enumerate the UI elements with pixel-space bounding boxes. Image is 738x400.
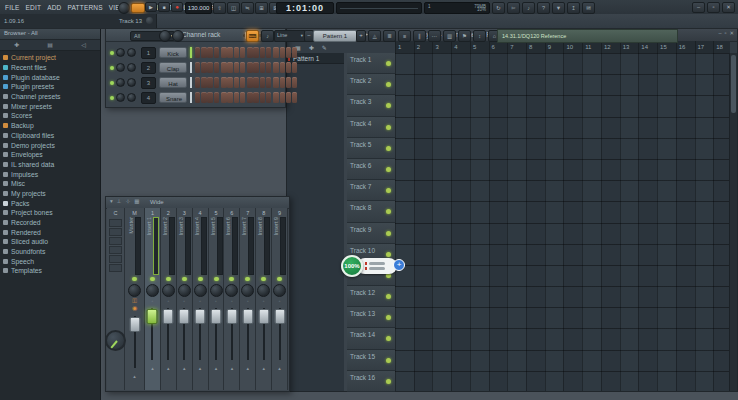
step-button[interactable]	[221, 47, 226, 58]
step-button[interactable]	[266, 47, 271, 58]
track-led[interactable]	[386, 125, 391, 130]
strip-led[interactable]	[214, 277, 219, 281]
step-button[interactable]	[195, 62, 200, 73]
strip-pan-knob[interactable]	[162, 284, 175, 297]
step-button[interactable]	[227, 92, 232, 103]
fader-handle[interactable]	[129, 317, 140, 332]
step-button[interactable]	[266, 62, 271, 73]
mixer-view-label[interactable]: Wide	[150, 199, 164, 205]
strip-fader[interactable]	[272, 306, 287, 362]
step-button[interactable]	[201, 92, 206, 103]
channel-volume-knob[interactable]	[127, 93, 136, 102]
channel-number[interactable]: 3	[141, 77, 156, 89]
strip-led[interactable]	[198, 277, 203, 281]
strip-led[interactable]	[182, 277, 187, 281]
titlebar-tool-icon[interactable]: ↥	[567, 2, 580, 14]
browser-item[interactable]: Packs	[0, 198, 100, 208]
recording-tool-icon[interactable]: ▥	[443, 30, 456, 42]
step-button[interactable]	[280, 77, 285, 88]
stereo-sep-icon[interactable]: ◦	[231, 298, 233, 304]
step-button[interactable]	[221, 92, 226, 103]
recording-tool-icon[interactable]: ⚑	[458, 30, 471, 42]
track-header[interactable]: Track 15	[347, 350, 395, 371]
step-button[interactable]	[253, 92, 258, 103]
step-button[interactable]	[280, 47, 285, 58]
browser-item[interactable]: Scores	[0, 111, 100, 121]
browser-tool-icon[interactable]: ✚	[14, 40, 19, 50]
recording-tool-icon[interactable]: ⋯	[428, 30, 441, 42]
mixer-insert-strip[interactable]: 6 Insert 6 ◦ ▴	[224, 208, 240, 390]
step-button[interactable]	[207, 92, 212, 103]
channel-volume-knob[interactable]	[127, 48, 136, 57]
step-button[interactable]	[234, 77, 239, 88]
track-led[interactable]	[386, 358, 391, 363]
recording-tool-icon[interactable]: ∥	[413, 30, 426, 42]
channel-led[interactable]	[110, 51, 114, 55]
mixer-insert-strip[interactable]: 2 Insert 2 ◦ ▴	[161, 208, 177, 390]
track-header[interactable]: Track 12	[347, 286, 395, 307]
recording-tool-icon[interactable]: ≡	[398, 30, 411, 42]
mixer-current-strip[interactable]: C	[107, 208, 125, 390]
strip-pan-knob[interactable]	[241, 284, 254, 297]
fx-slot[interactable]	[109, 246, 122, 254]
pattern-next-button[interactable]: +	[356, 30, 366, 42]
channel-rack-title[interactable]: Channel rack	[182, 31, 220, 38]
step-button[interactable]	[253, 77, 258, 88]
play-button[interactable]: ▶	[145, 2, 157, 12]
fader-handle[interactable]	[163, 309, 174, 324]
step-button[interactable]	[207, 47, 212, 58]
master-pan-knob[interactable]	[105, 330, 126, 351]
step-button[interactable]	[260, 62, 265, 73]
channel-volume-knob[interactable]	[127, 63, 136, 72]
time-display[interactable]: 1:01:00	[276, 2, 334, 14]
track-led[interactable]	[386, 231, 391, 236]
track-led[interactable]	[386, 209, 391, 214]
step-button[interactable]	[260, 47, 265, 58]
step-button[interactable]	[286, 62, 291, 73]
pat-song-switch[interactable]	[131, 3, 145, 13]
browser-item[interactable]: Mixer presets	[0, 101, 100, 111]
channel-number[interactable]: 4	[141, 92, 156, 104]
step-button[interactable]	[227, 47, 232, 58]
browser-item[interactable]: Plugin database	[0, 72, 100, 82]
track-led[interactable]	[386, 315, 391, 320]
browser-item[interactable]: Misc	[0, 179, 100, 189]
browser-item[interactable]: Sliced audio	[0, 237, 100, 247]
titlebar-tool-icon[interactable]: ?	[537, 2, 550, 14]
channel-name-button[interactable]: Snare	[159, 92, 187, 103]
strip-fader[interactable]	[193, 306, 208, 362]
input-icon[interactable]: ♪	[261, 30, 274, 42]
browser-item[interactable]: Channel presets	[0, 92, 100, 102]
stereo-sep-icon[interactable]: ◦	[152, 298, 154, 304]
mixer-insert-strip[interactable]: 9 Insert 9 ◦ ▴	[272, 208, 288, 390]
strip-fader[interactable]	[145, 306, 160, 362]
stereo-sep-icon[interactable]: ◦	[199, 298, 201, 304]
strip-fader[interactable]	[125, 314, 144, 370]
main-volume-knob[interactable]	[118, 2, 130, 14]
maximize-button[interactable]: ▫	[707, 2, 720, 13]
step-button[interactable]	[286, 77, 291, 88]
browser-item[interactable]: Templates	[0, 266, 100, 276]
step-button[interactable]	[214, 77, 219, 88]
titlebar-tool-icon[interactable]: ↻	[492, 2, 505, 14]
mixer-insert-strip[interactable]: 3 Insert 3 ◦ ▴	[177, 208, 193, 390]
stereo-sep-icon[interactable]: ◦	[167, 298, 169, 304]
step-button[interactable]	[247, 77, 252, 88]
stereo-sep-icon[interactable]: ◦	[263, 298, 265, 304]
titlebar-tool-icon[interactable]: ▼	[552, 2, 565, 14]
fx-slot[interactable]	[109, 219, 122, 227]
stereo-sep-icon[interactable]: ◦	[279, 298, 281, 304]
view-grid-icon[interactable]: ▦	[134, 198, 139, 204]
step-button[interactable]	[266, 92, 271, 103]
fader-handle[interactable]	[211, 309, 222, 324]
browser-item[interactable]: Project bones	[0, 208, 100, 218]
channel-name-button[interactable]: Clap	[159, 62, 187, 73]
recording-tool-icon[interactable]: ◬	[368, 30, 381, 42]
channel-number[interactable]: 2	[141, 62, 156, 74]
track-led[interactable]	[386, 82, 391, 87]
step-button[interactable]	[201, 77, 206, 88]
step-button[interactable]	[266, 77, 271, 88]
strip-pan-knob[interactable]	[225, 284, 238, 297]
track-header[interactable]: Track 1	[347, 53, 395, 74]
strip-pan-knob[interactable]	[146, 284, 159, 297]
